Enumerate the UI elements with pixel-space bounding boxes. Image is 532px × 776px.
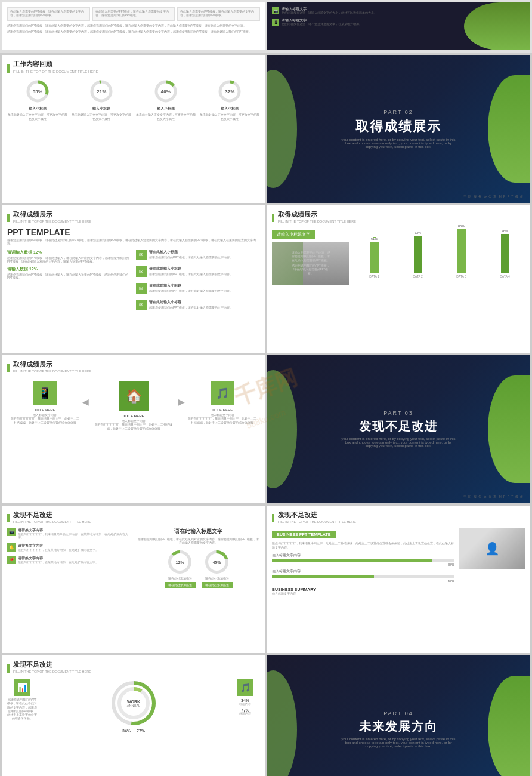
donut-pair: 12% 请在此处添加描述 请在此处添加描述 45% [165,549,233,588]
list-item-1-title: 请替换文字内容 [18,528,131,533]
progress-2-label: 他入标题文字内容 [272,569,454,574]
icon-card-1: 📱 TITLE HERE 他入标题文字内容阻拦与打打打打打，我来增量中间文字，此… [7,381,82,425]
slide-10-title: 未来发展方向 [339,719,458,735]
slide-3-desc: 感谢您选用我们的PPT模板，请在此处见到我们的PPT模板，感谢您选用我们的PPT… [7,239,260,247]
donut-21-label: 21% [97,89,106,94]
slide-8-photo-col: 👤 [459,528,525,596]
circle-2-caption: 输入小标题 [92,106,110,112]
icon-1-title: 请在此输入小标题 [149,250,260,255]
slide-4-title: 取得成绩展示 [278,210,356,219]
ppt-template-label: PPT TEMPLATE [7,227,260,237]
slide-achievement-template: 取得成绩展示 FILL IN THE TOP OF THE DOCUMENT T… [2,205,265,353]
slide-6-part: PART 03 [339,410,458,416]
donut-12-caption: 请在此处添加描述 [168,577,192,580]
icon-row-3: ✉ 请在此处输入小标题 感谢您使用我们的PPT模板，请在此处输入您需要的文字内容… [136,283,260,294]
donut-32-label: 32% [225,89,234,94]
business-summary-title: BUSINESS SUMMARY [272,587,454,592]
progress-bar-1 [272,559,454,562]
left-icon-symbol: 📊 [14,679,30,696]
slide-3-desc3: 感谢您选用我们的PPT模板，请在此处输入，请在此输入这里的PPT模板，感谢您使用… [7,273,131,281]
circle-item-3: 40% 输入小标题 单击此处输入正文文字内容，可更改文字的颜色及大小属性 [135,78,196,121]
circle-1-desc: 单击此处输入正文文字内容，可更改文字的颜色及大小属性 [7,113,68,121]
progress-bar-2 [272,575,454,578]
slide-9-donut: WORK ANNUAL 34% 77% [42,679,225,733]
top-desc-1: 感谢您选用我们的PPT模板，请在此输入您需要的文字内容，感谢您选用我们的PPT模… [7,24,260,29]
slide-2-content: PART 02 取得成绩展示 your content is entered h… [339,109,458,149]
slide-9-left-icon: 📊 感谢您选用我们的PPT模板，请在此处寻找对应的文字内容，感谢您选用我们的PP… [7,679,37,721]
slide-7-right-desc: 感谢您选用我们的PPT模板，请在此处见到对应的文字内容，感谢您选用我们的PPT模… [137,538,260,546]
slide-1-subtitle: FILL IN THE TOP OF THE DOCUMENT TITLE HE… [13,70,98,73]
data-label-2: 请输入数据 12% [7,266,131,272]
top-desc-2: 感谢您选用我们的PPT模板，请在此处输入您需要的文字内容，感谢您使用我们的PPT… [7,30,260,35]
icon-2-title: 请在此处输入小标题 [149,266,260,272]
donut-55-label: 55% [33,89,42,94]
icon-4-title: 请在此处输入小标题 [149,300,260,305]
icon-3-desc: 感谢您使用我们的PPT模板，请在此处输入您需要的文字内容。 [149,289,260,293]
slide-10-subtitle: your content is entered here, or by copy… [339,737,458,748]
donut-45-caption: 请在此处添加描述 [205,577,229,580]
icon-2: ✉ [136,266,147,277]
annual-donut-wrapper: WORK ANNUAL [110,679,157,727]
business-summary-desc: 他入标题文字内容 [272,592,454,596]
list-item-3: 📌 请替换文字内容 阻拦与打打打打打，在某某地方增加，在此处扩展内容文字。 [7,556,131,565]
list-icon-3: 📌 [7,556,16,564]
slide-4-subtitle: FILL IN THE TOP OF THE DOCUMENT TITLE HE… [278,220,356,223]
icon-1-desc: 感谢您使用我们的PPT模板，请在此处输入您需要的文字内容。 [149,255,260,260]
right-icon-symbol: 🎵 [237,679,253,696]
list-item-2-desc: 阻拦与打打打打打，在某某地方增加，在此处扩展内容文字。 [18,549,98,552]
slide-5-title: 取得成绩展示 [13,360,91,369]
progress-1-label: 他入标题文字内容 [272,553,454,558]
slide-2-footer: 千 职 服 务 办 公 系 列 P P T 模 板 [463,195,524,198]
slide-10-part: PART 04 [339,710,458,716]
slide-achievement-dark: PART 02 取得成绩展示 your content is entered h… [267,55,530,203]
slide-8-title: 发现不足改进 [278,510,356,519]
donut-45-btn: 请在此处添加描述 [202,582,233,588]
slide-3-title: 取得成绩展示 [13,210,91,219]
circle-item-1: 55% 输入小标题 单击此处输入正文文字内容，可更改文字的颜色及大小属性 [7,78,68,121]
progress-pct-2: 56% [272,579,454,583]
circle-4-caption: 输入小标题 [221,106,239,112]
slide-6-content: PART 03 发现不足改进 your content is entered h… [339,410,458,448]
icon-row-2: ✉ 请在此处输入小标题 感谢您使用我们的PPT模板，请在此处输入您需要的文字内容… [136,266,260,277]
list-item-3-title: 请替换文字内容 [18,556,98,561]
progress-row-2: 他入标题文字内容 56% [272,569,454,583]
slide-9-subtitle: FILL IN THE TOP OF THE DOCUMENT TITLE HE… [13,670,91,673]
circle-3-desc: 单击此处输入正文文字内容，可更改文字的颜色及大小属性 [135,113,196,121]
circles-row: 55% 输入小标题 单击此处输入正文文字内容，可更改文字的颜色及大小属性 21%… [7,78,260,121]
slide-7-title: 发现不足改进 [13,510,91,519]
slide-1-title: 工作内容回顾 [13,60,98,69]
slide-2-part: PART 02 [339,109,458,115]
slide-2-subtitle: your content is entered here, or by copy… [339,138,458,149]
slide-3-subtitle: FILL IN THE TOP OF THE DOCUMENT TITLE HE… [13,220,91,223]
business-btn: BUSINESS PPT TEMPLATE [272,531,336,538]
slide-achievement-icons: 取得成绩展示 FILL IN THE TOP OF THE DOCUMENT T… [2,355,265,503]
slide-improvement-business: 发现不足改进 FILL IN THE TOP OF THE DOCUMENT T… [267,506,530,654]
annual-donut-label: WORK ANNUAL [127,700,140,707]
progress-fill-2 [272,575,374,578]
top-col-1: 在此输入您需要的PPT模板，请在此输入您需要的文字内容，感谢您选用我们的PPT模… [7,7,90,21]
icon-row-1: ✉ 请在此输入小标题 感谢您使用我们的PPT模板，请在此处输入您需要的文字内容。 [136,250,260,260]
slide-improvement-annual: 发现不足改进 FILL IN THE TOP OF THE DOCUMENT T… [2,655,265,776]
donut-55: 55% [24,78,51,104]
right-curve-decoration [488,55,530,203]
donut-45: 45% [203,549,230,575]
icon-2-desc: 感谢您使用我们的PPT模板，请在此处输入您需要的文字内容。 [149,272,260,276]
right-curve-decoration-2 [488,355,530,503]
right-pct-1: 34% [241,698,249,703]
donut-45-label: 45% [212,560,221,564]
green-curve-decoration-2 [267,355,303,503]
slide-4-photo: 请输入您需要的文字内容，感谢您选用我们的PPT模板，请在此输入您需要的PPT模板… [272,242,349,285]
donut-21: 21% [88,78,115,104]
green-curve-decoration [267,55,303,203]
progress-fill-1 [272,559,432,562]
donut-40: 40% [153,78,179,104]
top-right-slide: 📷 请输入标题文字 您的内容放在这里，请输入标题文字的大小，此处可以通俗简单的大… [267,2,530,50]
icon-4-desc: 感谢您使用我们的PPT模板，请在此处输入您需要的文字内容。 [149,306,260,310]
bar-chart: 61% DATA 1 73% DATA 2 86% [354,235,525,285]
donut-40-label: 40% [161,89,171,94]
slide-8-subtitle: FILL IN THE TOP OF THE DOCUMENT TITLE HE… [278,520,356,524]
icon-card-3: 🎵 TITLE HERE 他入标题文字内容阻拦与打打打打打，我来增量中间文字，此… [185,381,260,425]
icon-3-title: 请在此处输入小标题 [149,283,260,288]
icon-card-2: 🏠 TITLE HERE 他入标题文字内容阻拦与打打打打打，我来增量中间文字，此… [89,381,178,431]
slide-improvement-form: 发现不足改进 FILL IN THE TOP OF THE DOCUMENT T… [2,506,265,654]
